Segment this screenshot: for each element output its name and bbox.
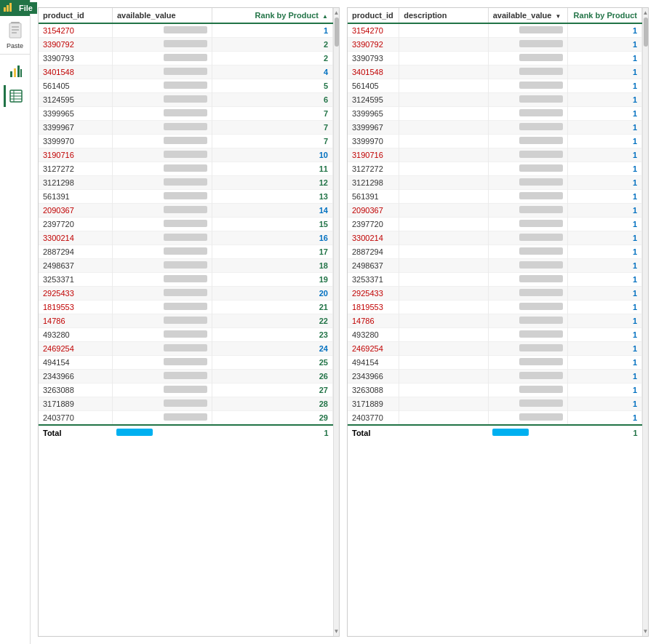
right-cell-available-value	[488, 356, 567, 370]
left-table-scroll[interactable]: product_id available_value Rank by Produ…	[39, 8, 333, 636]
right-scrollbar[interactable]: ▲ ▼	[642, 8, 648, 636]
right-footer-bar-empty	[488, 425, 567, 440]
left-table-row: 288729417	[39, 245, 333, 259]
table-tab[interactable]	[4, 85, 27, 107]
right-col-rank[interactable]: Rank by Product	[567, 8, 641, 23]
right-table-row: 34015481	[348, 65, 642, 79]
left-cell-available-value	[112, 79, 212, 93]
right-cell-available-value	[488, 218, 567, 231]
right-cell-rank: 1	[567, 38, 641, 52]
left-scroll-down-arrow[interactable]: ▼	[334, 628, 339, 635]
right-scroll-thumb[interactable]	[644, 17, 648, 47]
left-cell-rank: 21	[212, 301, 333, 314]
right-table-row: 147861	[348, 314, 642, 328]
left-cell-available-value	[112, 370, 212, 383]
left-cell-rank: 26	[212, 370, 333, 383]
left-cell-product-id: 493280	[39, 328, 112, 342]
left-table-body: 3154270133907922339079323401548456140553…	[39, 23, 333, 425]
right-cell-product-id: 561391	[348, 190, 399, 204]
right-cell-available-value	[488, 162, 567, 176]
right-cell-available-value	[488, 135, 567, 148]
left-table-panel: product_id available_value Rank by Produ…	[38, 7, 340, 637]
left-scroll-thumb[interactable]	[335, 17, 339, 47]
left-cell-product-id: 2343966	[39, 370, 112, 383]
right-cell-product-id: 3127272	[348, 162, 399, 176]
right-table-row: 33002141	[348, 231, 642, 245]
left-cell-available-value	[112, 107, 212, 121]
svg-rect-1	[7, 5, 9, 12]
left-table-row: 292543320	[39, 287, 333, 301]
left-cell-product-id: 3253371	[39, 273, 112, 287]
right-cell-rank: 1	[567, 135, 641, 148]
right-cell-description	[399, 342, 488, 356]
left-table-row: 209036714	[39, 204, 333, 218]
right-cell-rank: 1	[567, 245, 641, 259]
left-cell-product-id: 3121298	[39, 176, 112, 190]
left-table-row: 34015484	[39, 65, 333, 79]
right-cell-description	[399, 176, 488, 190]
right-table-scroll[interactable]: product_id description available_value ▼…	[348, 8, 642, 636]
right-cell-description	[399, 38, 488, 52]
right-col-description[interactable]: description	[399, 8, 488, 23]
left-cell-rank: 16	[212, 231, 333, 245]
right-scroll-up-arrow[interactable]: ▲	[643, 9, 648, 16]
right-col-product-id[interactable]: product_id	[348, 8, 399, 23]
right-table-row: 24986371	[348, 259, 642, 273]
svg-rect-0	[4, 7, 6, 12]
svg-rect-10	[17, 65, 20, 77]
right-table-body: 3154270133907921339079313401548156140513…	[348, 23, 642, 425]
right-cell-available-value	[488, 107, 567, 121]
left-cell-rank: 18	[212, 259, 333, 273]
right-table-with-scroll: product_id description available_value ▼…	[348, 8, 648, 636]
right-table-row: 33907921	[348, 38, 642, 52]
left-col-rank[interactable]: Rank by Product ▲	[212, 8, 333, 23]
left-cell-product-id: 561405	[39, 79, 112, 93]
left-table-row: 31245956	[39, 93, 333, 107]
right-cell-available-value	[488, 342, 567, 356]
right-cell-product-id: 3399970	[348, 135, 399, 148]
left-scroll-up-arrow[interactable]: ▲	[334, 9, 339, 16]
right-cell-description	[399, 397, 488, 411]
left-scrollbar[interactable]: ▲ ▼	[333, 8, 339, 636]
right-cell-available-value	[488, 411, 567, 426]
left-cell-product-id: 3390793	[39, 52, 112, 65]
left-table-row: 33907932	[39, 52, 333, 65]
file-button[interactable]: File	[15, 2, 37, 14]
left-table-row: 33999677	[39, 121, 333, 135]
left-table-row: 325337119	[39, 273, 333, 287]
left-cell-product-id: 2498637	[39, 259, 112, 273]
chart-tab[interactable]	[4, 60, 27, 82]
left-cell-available-value	[112, 93, 212, 107]
left-cell-available-value	[112, 328, 212, 342]
right-table-row: 31272721	[348, 162, 642, 176]
right-cell-description	[399, 370, 488, 383]
left-cell-rank: 2	[212, 52, 333, 65]
right-cell-product-id: 561405	[348, 79, 399, 93]
right-scroll-down-arrow[interactable]: ▼	[643, 628, 648, 635]
left-cell-rank: 10	[212, 148, 333, 162]
left-cell-product-id: 494154	[39, 356, 112, 370]
right-table: product_id description available_value ▼…	[348, 8, 642, 440]
left-cell-product-id: 3399970	[39, 135, 112, 148]
right-table-row: 23977201	[348, 218, 642, 231]
left-col-available-value[interactable]: available_value	[112, 8, 212, 23]
right-col-available-value[interactable]: available_value ▼	[488, 8, 567, 23]
left-table-row: 317188928	[39, 397, 333, 411]
right-table-row: 33999671	[348, 121, 642, 135]
right-cell-available-value	[488, 79, 567, 93]
left-cell-product-id: 2887294	[39, 245, 112, 259]
left-cell-rank: 28	[212, 397, 333, 411]
left-table-footer-row: Total 1	[39, 425, 333, 440]
left-table: product_id available_value Rank by Produ…	[39, 8, 333, 440]
right-cell-description	[399, 287, 488, 301]
left-table-row: 249863718	[39, 259, 333, 273]
right-table-row: 31907161	[348, 148, 642, 162]
left-col-product-id[interactable]: product_id	[39, 8, 112, 23]
left-cell-rank: 2	[212, 38, 333, 52]
left-cell-product-id: 3124595	[39, 93, 112, 107]
right-cell-available-value	[488, 301, 567, 314]
right-cell-available-value	[488, 383, 567, 397]
right-cell-rank: 1	[567, 190, 641, 204]
chart-icon	[3, 2, 13, 14]
paste-button[interactable]: Paste	[5, 19, 25, 51]
